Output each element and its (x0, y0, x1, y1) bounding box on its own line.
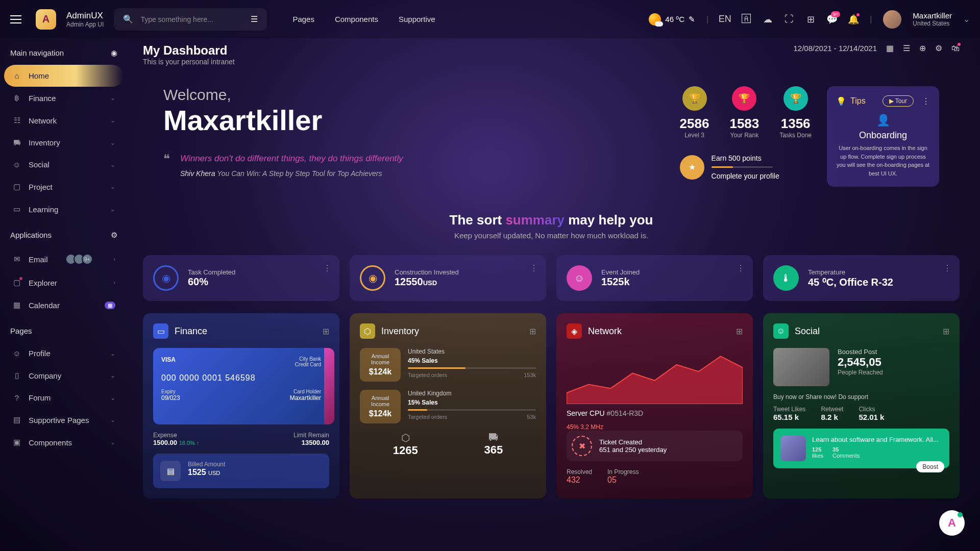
network-chart (567, 348, 743, 404)
page-item-profile[interactable]: ☺Profile⌄ (4, 342, 124, 364)
apps-header: Applications⚙ (4, 231, 124, 247)
stat-tasks-done: 🏆1356Tasks Done (779, 86, 812, 139)
globe-icon[interactable]: ⊕ (919, 43, 926, 53)
pages-header: Pages (4, 327, 124, 342)
page-item-supportive-pages[interactable]: ▤Supportive Pages⌄ (4, 409, 124, 431)
brand: AdminUX Admin App UI (66, 11, 104, 28)
tour-button[interactable]: ▶ Tour (883, 95, 914, 107)
sidebar-item-network[interactable]: ☷Network⌄ (4, 109, 124, 132)
more-icon[interactable]: ⋮ (530, 263, 538, 273)
page-item-company[interactable]: ▯Company⌄ (4, 364, 124, 387)
topnav-pages[interactable]: Pages (292, 15, 314, 23)
info-card-construction-invested: ◉Construction Invested12550USD⋮ (350, 255, 546, 301)
credit-card[interactable]: VISACity BankCredit Card 000 0000 0001 5… (153, 348, 329, 424)
receipt-icon: ▤ (160, 461, 181, 481)
cart-icon[interactable]: 🛍 (951, 44, 960, 53)
page-title: My Dashboard (143, 43, 235, 58)
edit-icon[interactable]: ✎ (689, 15, 695, 24)
tips-card: 💡 Tips ▶ Tour ⋮ 👤 Onboarding User on-boa… (827, 86, 939, 187)
user-info[interactable]: Maxartkiller United States (913, 11, 952, 27)
expand-icon[interactable]: ⊞ (323, 327, 329, 336)
ticket-icon: ✖ (572, 436, 592, 456)
bill-card[interactable]: ▤ Billed Amount1525 USD (153, 454, 329, 488)
stat-your-rank: 🏆1583Your Rank (729, 86, 759, 139)
search-input[interactable] (140, 15, 243, 23)
sidebar-item-finance[interactable]: ฿Finance⌄ (4, 87, 124, 109)
person-icon: 👤 (836, 114, 930, 127)
app-item-calendar[interactable]: ▦Calendar▦ (4, 294, 124, 316)
sidebar-item-inventory[interactable]: ⛟Inventory⌄ (4, 132, 124, 154)
sidebar-item-social[interactable]: ☺Social⌄ (4, 154, 124, 176)
more-icon[interactable]: ⋮ (737, 263, 745, 273)
expand-icon[interactable]: ⊞ (529, 327, 536, 336)
settings-gear-icon[interactable]: ⚙ (935, 43, 942, 53)
post-image (773, 348, 829, 386)
weather: 46 ⁰C ✎ (649, 13, 695, 26)
translate-icon[interactable]: 🄰 (741, 14, 751, 24)
menu-toggle[interactable] (10, 12, 26, 27)
learn-card[interactable]: Learn about software and Framework. All.… (773, 429, 949, 468)
grid-icon[interactable]: ⊞ (805, 14, 816, 24)
info-card-task-completed: ◉Task Completed60%⋮ (143, 255, 339, 301)
app-item-email[interactable]: ✉Email9+› (4, 247, 124, 271)
topnav-supportive[interactable]: Supportive (399, 15, 435, 23)
fullscreen-icon[interactable]: ⛶ (784, 14, 794, 24)
quote-text: Winners don't do different things, they … (180, 152, 403, 165)
quote-icon: ❝ (163, 152, 170, 178)
more-icon[interactable]: ⋮ (922, 96, 930, 106)
weather-icon (649, 13, 661, 26)
app-item-explorer[interactable]: ▢Explorer› (4, 271, 124, 294)
stat-level-3: 🏆2586Level 3 (680, 86, 709, 139)
avatar[interactable] (883, 10, 901, 29)
search-box[interactable]: 🔍 ☰ (114, 8, 267, 31)
date-range[interactable]: 12/08/2021 - 12/14/2021 (794, 44, 877, 53)
learn-image (780, 436, 806, 461)
brand-subtitle: Admin App UI (66, 21, 104, 28)
inventory-card: ⬡Inventory⊞ Annual Income$124kUnited Sta… (350, 313, 546, 498)
page-subtitle: This is your personal intranet (143, 58, 235, 66)
network-icon: ◈ (567, 323, 582, 339)
welcome-greet: Welcome, (163, 86, 665, 104)
star-icon: ★ (680, 155, 704, 180)
expand-icon[interactable]: ⊞ (736, 327, 743, 336)
info-card-event-joined: ☺Event Joined1525k⋮ (556, 255, 753, 301)
filter-icon[interactable]: ☰ (251, 14, 258, 24)
box-icon: ⬡ (360, 323, 375, 339)
search-icon: 🔍 (123, 14, 133, 24)
calendar-icon[interactable]: ▦ (886, 43, 894, 53)
sidebar-item-project[interactable]: ▢Project⌄ (4, 176, 124, 198)
bulb-icon: 💡 (836, 96, 846, 106)
top-nav: Pages Components Supportive (292, 15, 435, 23)
finance-card: ▭Finance⊞ VISACity BankCredit Card 000 0… (143, 313, 339, 498)
bell-icon[interactable]: 🔔 (848, 14, 859, 24)
chevron-down-icon[interactable]: ⌄ (963, 14, 970, 24)
lang-button[interactable]: EN (720, 14, 730, 24)
fab-button[interactable]: A (939, 510, 965, 536)
sidebar-item-home[interactable]: ⌂Home (4, 65, 124, 87)
wallet-icon: ▭ (153, 323, 168, 339)
filter-lines-icon[interactable]: ☰ (903, 43, 910, 53)
cloud-icon[interactable]: ☁ (763, 14, 773, 24)
boost-button[interactable]: Boost (916, 461, 944, 472)
more-icon[interactable]: ⋮ (943, 263, 951, 273)
info-card-temperature: 🌡Temperature45 ⁰C, Office R-32⋮ (763, 255, 960, 301)
more-icon[interactable]: ⋮ (323, 263, 331, 273)
settings-icon[interactable]: ⚙ (111, 231, 117, 240)
app-logo: A (36, 9, 56, 30)
expand-icon[interactable]: ⊞ (943, 327, 949, 336)
page-item-forum[interactable]: ?Forum⌄ (4, 387, 124, 409)
sidebar: Main navigation◉ ⌂Home฿Finance⌄☷Network⌄… (0, 38, 128, 551)
user-circle-icon[interactable]: ◉ (111, 48, 117, 58)
messages-icon[interactable]: 💬9+ (827, 14, 837, 24)
sidebar-item-learning[interactable]: ▭Learning⌄ (4, 198, 124, 220)
network-card: ◈Network⊞ Server CPU #0514-R3D 45% 3.2 M… (556, 313, 753, 498)
welcome-name: Maxartkiller (163, 104, 665, 137)
brand-title: AdminUX (66, 11, 104, 21)
social-card: ☺Social⊞ Boosted Post2,545,05People Reac… (763, 313, 960, 498)
nav-header: Main navigation◉ (4, 48, 124, 65)
topnav-components[interactable]: Components (335, 15, 378, 23)
page-item-components[interactable]: ▣Components⌄ (4, 431, 124, 454)
users-icon: ☺ (773, 323, 789, 339)
